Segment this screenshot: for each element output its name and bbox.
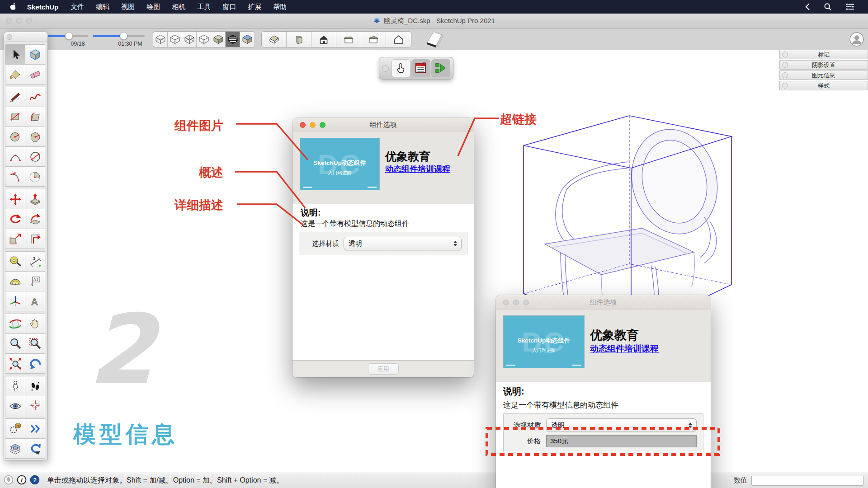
tray-toggle-icon[interactable] bbox=[782, 52, 788, 57]
shaded-textures-cube-icon[interactable] bbox=[226, 32, 240, 47]
xray-cube-icon[interactable] bbox=[153, 32, 168, 47]
menu-list-icon[interactable] bbox=[845, 3, 854, 10]
measurement-input[interactable] bbox=[751, 476, 863, 486]
previous-view-tool[interactable] bbox=[25, 353, 45, 374]
extension-b-tool[interactable] bbox=[25, 418, 45, 439]
wireframe-cube-icon[interactable] bbox=[182, 32, 197, 47]
select-tool[interactable] bbox=[5, 44, 25, 65]
shadow-time-slider[interactable] bbox=[93, 35, 145, 37]
palette-close-button[interactable] bbox=[7, 34, 12, 40]
arc-tool[interactable] bbox=[5, 146, 25, 167]
pan-tool[interactable] bbox=[25, 314, 45, 334]
polygon-tool[interactable] bbox=[25, 127, 45, 147]
menu-item-工具[interactable]: 工具 bbox=[191, 3, 217, 11]
extension-d-tool[interactable] bbox=[25, 438, 45, 459]
zoom-window-tool[interactable] bbox=[25, 333, 45, 354]
apply-button[interactable]: 应用 bbox=[368, 363, 399, 375]
rotate-tool[interactable] bbox=[5, 209, 25, 229]
maximize-icon[interactable] bbox=[320, 122, 326, 128]
component-options-button[interactable] bbox=[411, 59, 430, 77]
rectangle-tool[interactable] bbox=[5, 107, 25, 127]
dimensions-tool[interactable]: 3 bbox=[25, 251, 45, 272]
house-outline-view-icon[interactable] bbox=[386, 32, 411, 47]
menu-item-视图[interactable]: 视图 bbox=[115, 3, 141, 11]
tray-toggle-icon[interactable] bbox=[782, 83, 788, 89]
move-tool[interactable] bbox=[5, 189, 25, 209]
text-tool[interactable]: A1 bbox=[25, 271, 45, 291]
side-house-view-icon[interactable] bbox=[361, 32, 386, 47]
shadow-date-slider[interactable] bbox=[45, 35, 88, 37]
account-avatar-icon[interactable] bbox=[849, 32, 864, 49]
minimize-icon[interactable] bbox=[310, 122, 316, 128]
extension-a-tool[interactable] bbox=[5, 418, 25, 439]
tray-toggle-icon[interactable] bbox=[782, 62, 788, 68]
tray-panel-图元信息[interactable]: 图元信息 bbox=[779, 70, 868, 80]
interact-button[interactable] bbox=[392, 59, 410, 77]
iso-view-icon[interactable] bbox=[262, 32, 287, 47]
walk-tool[interactable] bbox=[25, 376, 45, 396]
maximize-icon[interactable] bbox=[523, 300, 529, 305]
shaded-cube-icon[interactable] bbox=[211, 32, 226, 47]
tray-panel-样式[interactable]: 样式 bbox=[779, 81, 868, 90]
rotated-rectangle-tool[interactable] bbox=[25, 107, 45, 127]
extension-c-tool[interactable] bbox=[5, 438, 25, 459]
price-field[interactable]: 350元 bbox=[546, 435, 697, 447]
offset-tool[interactable] bbox=[25, 229, 45, 249]
component-attributes-button[interactable] bbox=[431, 59, 450, 77]
zoom-extents-tool[interactable] bbox=[5, 353, 25, 374]
tray-panel-标记[interactable]: 标记 bbox=[779, 50, 868, 59]
hyperlink[interactable]: 动态组件培训课程 bbox=[385, 164, 450, 174]
monochrome-cube-icon[interactable] bbox=[240, 32, 255, 47]
freehand-tool[interactable] bbox=[25, 87, 45, 107]
two-point-arc-tool[interactable] bbox=[25, 146, 45, 167]
paint-bucket-tool[interactable] bbox=[5, 64, 25, 84]
pie-tool[interactable] bbox=[25, 166, 45, 187]
tape-measure-tool[interactable] bbox=[5, 251, 25, 272]
make-component-tool[interactable] bbox=[25, 44, 45, 65]
protractor-tool[interactable] bbox=[5, 271, 25, 291]
follow-me-tool[interactable] bbox=[25, 209, 45, 229]
3d-text-tool[interactable]: A bbox=[25, 291, 45, 311]
left-box-view-icon[interactable] bbox=[287, 32, 311, 47]
hyperlink[interactable]: 动态组件培训课程 bbox=[590, 343, 659, 355]
help-icon[interactable]: ? bbox=[30, 475, 40, 487]
section-plane-tool[interactable] bbox=[25, 396, 45, 416]
close-icon[interactable] bbox=[503, 300, 509, 305]
apple-icon[interactable] bbox=[9, 3, 16, 11]
minimize-icon[interactable] bbox=[513, 300, 519, 305]
menu-item-窗口[interactable]: 窗口 bbox=[217, 3, 242, 11]
material-select[interactable]: 透明 bbox=[546, 418, 697, 432]
dialog-title-bar[interactable]: 组件选项 bbox=[496, 295, 711, 310]
white-box-icon[interactable] bbox=[423, 29, 446, 51]
tray-panel-阴影设置[interactable]: 阴影设置 bbox=[779, 60, 868, 70]
back-house-view-icon[interactable] bbox=[336, 32, 361, 47]
eraser-tool[interactable] bbox=[25, 64, 45, 84]
push-pull-tool[interactable] bbox=[25, 189, 45, 209]
menu-item-帮助[interactable]: 帮助 bbox=[267, 3, 292, 11]
menu-item-绘图[interactable]: 绘图 bbox=[141, 3, 166, 11]
material-select[interactable]: 透明 bbox=[344, 237, 462, 250]
line-tool[interactable] bbox=[5, 87, 25, 107]
menu-item-编辑[interactable]: 编辑 bbox=[90, 3, 115, 11]
geolocation-icon[interactable] bbox=[4, 475, 14, 487]
three-point-arc-tool[interactable] bbox=[5, 166, 25, 187]
menu-app-name[interactable]: SketchUp bbox=[21, 3, 65, 11]
menu-item-文件[interactable]: 文件 bbox=[65, 3, 90, 11]
chevron-left-icon[interactable] bbox=[805, 3, 810, 11]
close-icon[interactable] bbox=[300, 122, 306, 128]
look-around-tool[interactable] bbox=[5, 396, 25, 416]
front-house-view-icon[interactable] bbox=[311, 32, 336, 47]
tray-toggle-icon[interactable] bbox=[782, 72, 788, 78]
position-camera-tool[interactable] bbox=[5, 376, 25, 396]
search-icon[interactable] bbox=[824, 3, 832, 11]
axes-tool[interactable] bbox=[5, 291, 25, 311]
circle-tool[interactable] bbox=[5, 127, 25, 147]
palette-title-bar[interactable] bbox=[4, 32, 47, 42]
dialog-title-bar[interactable]: 组件选项 bbox=[292, 118, 474, 132]
info-icon[interactable]: i bbox=[17, 475, 27, 487]
hidden-line-cube-icon[interactable] bbox=[197, 32, 211, 47]
toolbar-drag-handle[interactable] bbox=[382, 65, 389, 72]
zoom-tool[interactable] bbox=[5, 333, 25, 354]
scale-tool[interactable] bbox=[5, 229, 25, 249]
orbit-tool[interactable] bbox=[5, 314, 25, 334]
